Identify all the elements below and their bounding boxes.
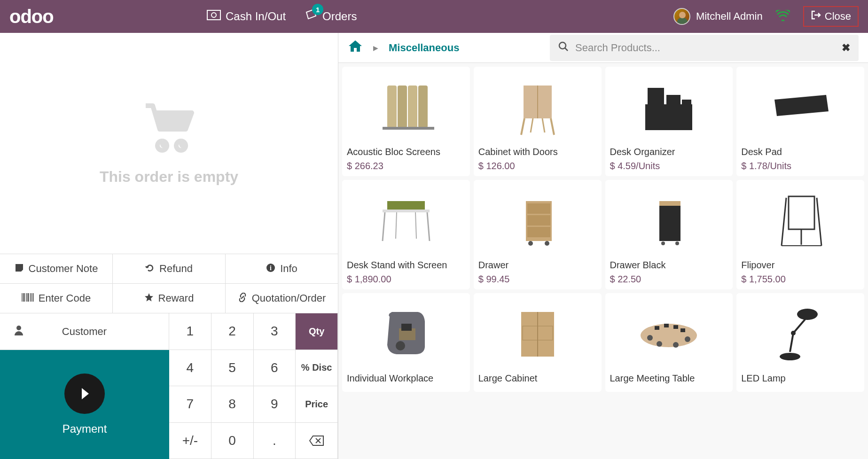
product-image	[741, 298, 860, 368]
enter-code-button[interactable]: Enter Code	[0, 284, 113, 313]
info-icon: i	[266, 263, 275, 275]
product-price: $ 1,755.00	[741, 274, 860, 285]
note-icon	[15, 263, 24, 275]
product-card[interactable]: Large Meeting Table	[605, 293, 733, 392]
product-price: $ 4.59/Units	[610, 161, 728, 171]
svg-rect-32	[527, 227, 550, 237]
svg-line-15	[521, 118, 524, 135]
product-card[interactable]: Drawer$ 99.45	[474, 180, 602, 289]
svg-rect-54	[680, 328, 685, 332]
cash-in-out-button[interactable]: Cash In/Out	[207, 8, 286, 24]
product-card[interactable]: Desk Stand with Screen$ 1,890.00	[342, 180, 470, 289]
svg-point-59	[797, 309, 818, 320]
customer-note-button[interactable]: Customer Note	[0, 254, 113, 284]
banknote-icon	[207, 10, 221, 23]
product-name: Desk Pad	[741, 146, 860, 158]
svg-point-46	[396, 341, 405, 350]
svg-line-61	[790, 333, 793, 352]
clear-search-icon[interactable]: ✖	[842, 42, 850, 54]
svg-point-56	[657, 341, 662, 347]
numkey-backspace[interactable]	[296, 423, 338, 459]
product-image	[347, 298, 465, 368]
product-image	[478, 298, 597, 368]
svg-line-40	[782, 198, 786, 246]
numkey-1[interactable]: 1	[169, 313, 211, 350]
svg-rect-24	[383, 210, 430, 212]
numkey-4[interactable]: 4	[169, 350, 211, 387]
quotation-button[interactable]: Quotation/Order	[226, 284, 338, 313]
svg-point-62	[780, 353, 800, 360]
product-name: Desk Organizer	[610, 146, 728, 158]
product-list[interactable]: Acoustic Bloc Screens$ 266.23Cabinet wit…	[338, 63, 868, 459]
numkey-0[interactable]: 0	[211, 423, 254, 459]
product-image	[347, 185, 465, 255]
ticket-icon: 1	[305, 8, 318, 24]
svg-rect-52	[664, 324, 669, 327]
close-button[interactable]: Close	[803, 6, 859, 27]
product-name: Large Meeting Table	[610, 372, 728, 384]
svg-rect-0	[207, 10, 220, 20]
left-panel: This order is empty Customer Note Refund	[0, 33, 338, 459]
svg-rect-20	[648, 88, 664, 107]
refund-button[interactable]: Refund	[113, 254, 226, 284]
backspace-icon	[309, 435, 324, 446]
product-name: Desk Stand with Screen	[347, 259, 465, 271]
numkey-3[interactable]: 3	[254, 313, 296, 350]
cash-label: Cash In/Out	[226, 10, 286, 23]
svg-rect-45	[401, 324, 412, 331]
search-icon	[558, 41, 569, 54]
customer-button[interactable]: Customer	[0, 313, 169, 350]
product-card[interactable]: Desk Pad$ 1.78/Units	[736, 67, 864, 176]
svg-text:i: i	[270, 265, 272, 272]
product-card[interactable]: LED Lamp	[736, 293, 864, 392]
topbar-right: Mitchell Admin Close	[673, 6, 859, 27]
close-label: Close	[825, 10, 851, 23]
svg-line-17	[531, 118, 533, 132]
svg-point-7	[559, 42, 566, 49]
user-menu[interactable]: Mitchell Admin	[673, 8, 763, 25]
svg-line-41	[817, 198, 821, 246]
product-card[interactable]: Acoustic Bloc Screens$ 266.23	[342, 67, 470, 176]
breadcrumb-category[interactable]: Miscellaneous	[389, 42, 459, 54]
barcode-icon	[22, 293, 34, 304]
info-button[interactable]: i Info	[226, 254, 338, 284]
search-input[interactable]	[575, 42, 835, 54]
undo-icon	[145, 263, 155, 275]
svg-rect-51	[655, 326, 659, 330]
payment-arrow-icon	[64, 373, 105, 414]
svg-rect-9	[398, 86, 407, 128]
numkey-7[interactable]: 7	[169, 386, 211, 423]
product-card[interactable]: Flipover$ 1,755.00	[736, 180, 864, 289]
mode-price[interactable]: Price	[296, 386, 338, 423]
numkey-2[interactable]: 2	[211, 313, 254, 350]
svg-rect-39	[789, 196, 814, 229]
svg-rect-36	[659, 201, 680, 206]
product-image	[741, 71, 860, 142]
home-icon[interactable]	[348, 39, 363, 56]
mode-disc[interactable]: % Disc	[296, 350, 338, 387]
breadcrumb: ▶ Miscellaneous	[348, 39, 550, 56]
product-image	[741, 185, 860, 255]
product-card[interactable]: Desk Organizer$ 4.59/Units	[605, 67, 733, 176]
product-name: Flipover	[741, 259, 860, 271]
svg-rect-30	[527, 203, 550, 214]
product-card[interactable]: Individual Workplace	[342, 293, 470, 392]
action-buttons: Customer Note Refund i Info	[0, 254, 338, 313]
product-card[interactable]: Drawer Black$ 22.50	[605, 180, 733, 289]
product-image	[610, 185, 728, 255]
numkey-5[interactable]: 5	[211, 350, 254, 387]
numkey-9[interactable]: 9	[254, 386, 296, 423]
reward-button[interactable]: Reward	[113, 284, 226, 313]
numpad: 1 2 3 Qty 4 5 6 % Disc 7 8 9 Price +/- 0…	[169, 313, 338, 459]
numkey-8[interactable]: 8	[211, 386, 254, 423]
numkey-dot[interactable]: .	[254, 423, 296, 459]
payment-button[interactable]: Payment	[0, 350, 169, 459]
svg-point-57	[673, 342, 679, 348]
product-card[interactable]: Large Cabinet	[474, 293, 602, 392]
svg-rect-53	[673, 325, 678, 329]
mode-qty[interactable]: Qty	[296, 313, 338, 350]
product-card[interactable]: Cabinet with Doors$ 126.00	[474, 67, 602, 176]
orders-button[interactable]: 1 Orders	[305, 8, 357, 24]
numkey-sign[interactable]: +/-	[169, 423, 211, 459]
numkey-6[interactable]: 6	[254, 350, 296, 387]
